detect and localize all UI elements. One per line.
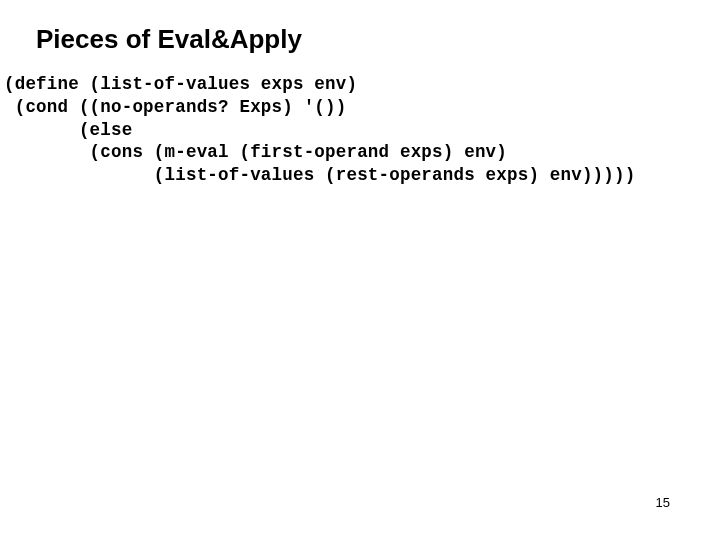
code-block: (define (list-of-values exps env) (cond … xyxy=(0,73,720,187)
slide-title: Pieces of Eval&Apply xyxy=(0,0,720,73)
code-line: (cons (m-eval (first-operand exps) env) xyxy=(4,142,507,162)
code-line: (define (list-of-values exps env) xyxy=(4,74,357,94)
slide: Pieces of Eval&Apply (define (list-of-va… xyxy=(0,0,720,540)
code-line: (cond ((no-operands? Exps) '()) xyxy=(4,97,346,117)
code-line: (list-of-values (rest-operands exps) env… xyxy=(4,165,635,185)
code-line: (else xyxy=(4,120,132,140)
page-number: 15 xyxy=(656,495,670,510)
